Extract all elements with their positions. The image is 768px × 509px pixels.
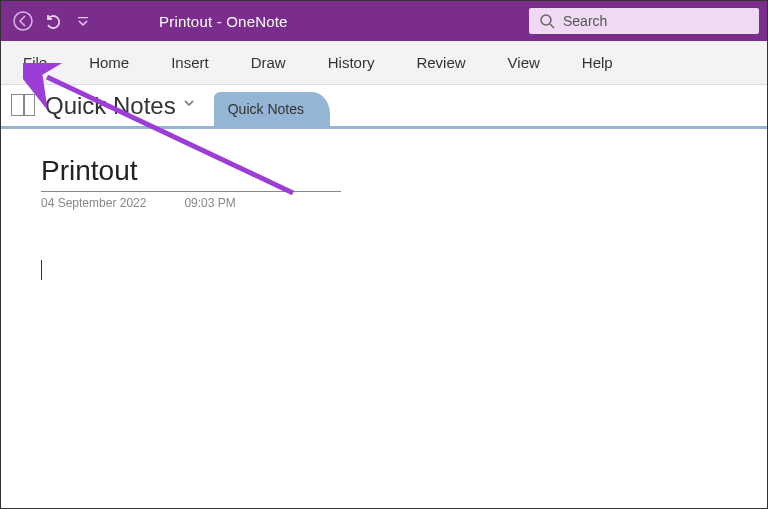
page-tab-label: Quick Notes: [228, 101, 304, 117]
page-title-input[interactable]: [41, 155, 341, 192]
notebook-icon[interactable]: [11, 94, 35, 116]
search-box[interactable]: Search: [529, 8, 759, 34]
ribbon-tab-history[interactable]: History: [320, 44, 383, 81]
notebook-bar: Quick Notes Quick Notes: [1, 85, 767, 129]
section-title[interactable]: Quick Notes: [45, 92, 176, 120]
page-tab[interactable]: Quick Notes: [214, 92, 330, 126]
text-cursor: [41, 260, 42, 280]
svg-point-0: [14, 12, 32, 30]
ribbon-tab-insert[interactable]: Insert: [163, 44, 217, 81]
ribbon-tab-file[interactable]: File: [15, 44, 55, 81]
chevron-down-icon: [182, 96, 196, 110]
titlebar: Printout - OneNote Search: [1, 1, 767, 41]
ribbon-tab-review[interactable]: Review: [408, 44, 473, 81]
chevron-down-icon: [76, 14, 90, 28]
ribbon-tab-home[interactable]: Home: [81, 44, 137, 81]
page-content[interactable]: 04 September 2022 09:03 PM: [1, 129, 767, 306]
undo-button[interactable]: [39, 7, 67, 35]
back-arrow-icon: [12, 10, 34, 32]
ribbon: File Home Insert Draw History Review Vie…: [1, 41, 767, 85]
ribbon-tab-view[interactable]: View: [500, 44, 548, 81]
page-date: 04 September 2022: [41, 196, 146, 210]
ribbon-tab-help[interactable]: Help: [574, 44, 621, 81]
svg-rect-1: [78, 17, 88, 18]
undo-icon: [43, 11, 63, 31]
search-placeholder: Search: [563, 13, 607, 29]
search-icon: [539, 13, 555, 29]
page-time: 09:03 PM: [184, 196, 235, 210]
quick-access-dropdown[interactable]: [69, 7, 97, 35]
svg-line-3: [550, 24, 554, 28]
page-meta: 04 September 2022 09:03 PM: [41, 196, 727, 210]
ribbon-tab-draw[interactable]: Draw: [243, 44, 294, 81]
back-button[interactable]: [9, 7, 37, 35]
window-title: Printout - OneNote: [159, 13, 288, 30]
svg-point-2: [541, 15, 551, 25]
section-dropdown[interactable]: [182, 96, 196, 114]
